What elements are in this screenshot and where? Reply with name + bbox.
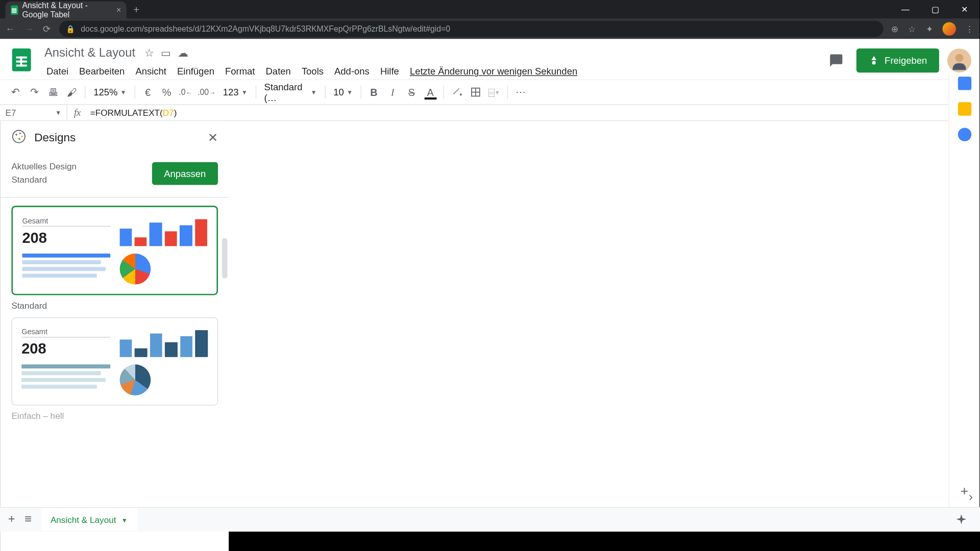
increase-decimal-button[interactable]: .00→ — [195, 83, 217, 101]
paint-format-icon[interactable]: 🖌 — [63, 83, 81, 101]
bold-icon[interactable]: B — [365, 83, 382, 101]
svg-point-10 — [15, 133, 17, 135]
theme-card-standard[interactable]: Gesamt 208 — [11, 206, 218, 295]
current-design-value: Standard — [11, 173, 77, 186]
toolbar: ↶ ↷ 🖶 🖌 125%▼ € % .0← .00→ 123▼ Standard… — [0, 80, 979, 105]
browser-menu-icon[interactable]: ⋮ — [965, 24, 974, 34]
calendar-addon-icon[interactable] — [958, 77, 971, 90]
fill-color-icon[interactable] — [448, 83, 465, 101]
print-icon[interactable]: 🖶 — [44, 83, 62, 101]
zoom-select[interactable]: 125%▼ — [89, 87, 130, 97]
back-icon[interactable]: ← — [6, 23, 15, 34]
theme-card-simple-light[interactable]: Gesamt 208 — [11, 317, 218, 406]
close-panel-icon[interactable]: ✕ — [208, 131, 218, 145]
address-bar[interactable]: 🔒 docs.google.com/spreadsheets/d/12KXm2A… — [59, 21, 884, 37]
formula-input[interactable]: =FORMULATEXT(D7) — [87, 108, 979, 118]
redo-icon[interactable]: ↷ — [26, 83, 43, 101]
document-title[interactable]: Ansicht & Layout — [42, 44, 138, 61]
svg-point-12 — [21, 135, 23, 137]
add-addon-icon[interactable]: + — [961, 484, 968, 499]
add-sheet-icon[interactable]: + — [8, 512, 15, 527]
undo-icon[interactable]: ↶ — [7, 83, 24, 101]
svg-point-9 — [13, 130, 25, 142]
maximize-icon[interactable]: ▢ — [920, 0, 950, 19]
more-icon[interactable]: ⋯ — [512, 83, 529, 101]
formula-bar: E7 ▼ fx =FORMULATEXT(D7) — [0, 105, 979, 121]
cloud-status-icon[interactable]: ☁ — [178, 46, 188, 59]
percent-button[interactable]: % — [158, 83, 175, 101]
decrease-decimal-button[interactable]: .0← — [177, 83, 194, 101]
move-icon[interactable]: ▭ — [161, 46, 171, 59]
text-color-icon[interactable]: A — [422, 83, 439, 101]
menu-format[interactable]: Format — [220, 63, 260, 80]
sheet-tab-bar: + ≡ Ansicht & Layout ▼ — [0, 507, 979, 531]
sheets-logo-icon[interactable] — [8, 46, 35, 73]
sheets-favicon: ▦ — [11, 6, 18, 15]
forward-icon[interactable]: → — [24, 23, 33, 34]
docs-header: Ansicht & Layout ☆ ▭ ☁ Datei Bearbeiten … — [0, 39, 979, 79]
reload-icon[interactable]: ⟳ — [43, 23, 51, 34]
merge-cells-icon[interactable]: ⌸▼ — [485, 83, 503, 101]
bar-chart-preview-icon — [119, 328, 208, 357]
extensions-icon[interactable]: ✦ — [926, 24, 933, 34]
close-window-icon[interactable]: ✕ — [950, 0, 979, 19]
menu-help[interactable]: Hilfe — [376, 63, 404, 80]
menu-view[interactable]: Ansicht — [131, 63, 171, 80]
currency-button[interactable]: € — [139, 83, 156, 101]
zoom-icon[interactable]: ⊕ — [891, 24, 898, 34]
svg-rect-4 — [20, 57, 22, 67]
strikethrough-icon[interactable]: S — [403, 83, 420, 101]
url-text: docs.google.com/spreadsheets/d/12KXm2Agm… — [81, 24, 450, 33]
panel-scrollbar[interactable] — [222, 238, 228, 279]
browser-tab[interactable]: ▦ Ansicht & Layout - Google Tabel × — [6, 2, 127, 19]
number-format-select[interactable]: 123▼ — [219, 87, 252, 97]
share-button[interactable]: Freigeben — [856, 48, 939, 72]
panel-title: Designs — [34, 131, 200, 144]
menu-addons[interactable]: Add-ons — [330, 63, 374, 80]
menu-bar: Datei Bearbeiten Ansicht Einfügen Format… — [42, 63, 818, 80]
browser-tabbar: ▦ Ansicht & Layout - Google Tabel × + — … — [0, 0, 979, 19]
user-avatar[interactable] — [947, 48, 971, 72]
lock-icon: 🔒 — [66, 24, 75, 33]
menu-data[interactable]: Daten — [261, 63, 296, 80]
browser-profile-avatar[interactable] — [943, 22, 956, 35]
current-design-label: Aktuelles Design — [11, 160, 77, 173]
minimize-icon[interactable]: — — [891, 0, 920, 19]
table-preview-icon — [21, 364, 110, 395]
keep-addon-icon[interactable] — [958, 102, 971, 115]
menu-tools[interactable]: Tools — [297, 63, 329, 80]
font-select[interactable]: Standard (…▼ — [260, 81, 321, 103]
theme-name-standard: Standard — [11, 300, 218, 311]
table-preview-icon — [22, 254, 110, 285]
right-sidebar: + — [948, 74, 979, 507]
svg-point-11 — [19, 132, 21, 134]
italic-icon[interactable]: I — [384, 83, 401, 101]
svg-point-13 — [18, 138, 20, 140]
designs-panel: Designs ✕ Aktuelles Design Standard Anpa… — [0, 121, 229, 551]
menu-insert[interactable]: Einfügen — [173, 63, 219, 80]
customize-button[interactable]: Anpassen — [152, 162, 218, 185]
window-controls: — ▢ ✕ — [891, 0, 979, 19]
pie-chart-preview-icon — [119, 254, 151, 285]
font-size-select[interactable]: 10▼ — [329, 87, 356, 97]
name-box[interactable]: E7 ▼ — [0, 105, 67, 120]
sheet-tab-menu-icon[interactable]: ▼ — [121, 517, 128, 523]
tasks-addon-icon[interactable] — [958, 128, 971, 141]
star-icon[interactable]: ☆ — [144, 46, 154, 59]
explore-button[interactable] — [951, 509, 972, 530]
menu-file[interactable]: Datei — [42, 63, 74, 80]
bookmark-icon[interactable]: ☆ — [908, 24, 916, 34]
fx-icon: fx — [67, 107, 88, 118]
pie-chart-preview-icon — [119, 364, 151, 395]
theme-name-simple-light: Einfach – hell — [11, 411, 218, 421]
menu-edit[interactable]: Bearbeiten — [75, 63, 130, 80]
comments-button[interactable] — [824, 48, 848, 72]
last-edit-link[interactable]: Letzte Änderung vor wenigen Sekunden — [405, 63, 582, 80]
collapse-sidebar-icon[interactable]: › — [969, 490, 973, 505]
close-tab-icon[interactable]: × — [116, 6, 121, 15]
new-tab-button[interactable]: + — [127, 2, 146, 19]
sheet-tab-active[interactable]: Ansicht & Layout ▼ — [41, 508, 137, 530]
svg-point-5 — [872, 61, 876, 64]
borders-icon[interactable] — [467, 83, 484, 101]
all-sheets-icon[interactable]: ≡ — [24, 512, 32, 527]
